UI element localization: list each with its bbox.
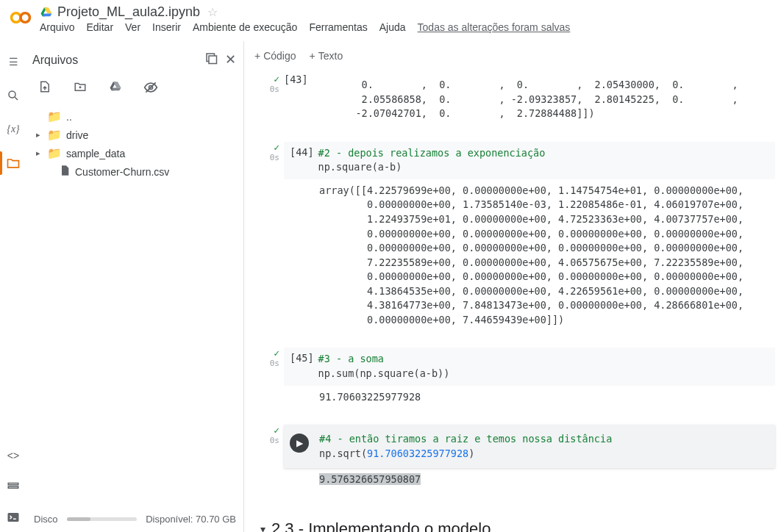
files-sidebar: Arquivos ✕ 📁.. ▸📁drive ▸📁sample_data Cus…: [26, 41, 244, 532]
save-status[interactable]: Todas as alterações foram salvas: [418, 21, 571, 33]
cell-output-43: 0. , 0. , 0. , 2.05430000, 0. , 2.055868…: [308, 73, 775, 129]
refresh-icon[interactable]: [72, 80, 88, 98]
left-rail: ☰ {x} <>: [0, 41, 26, 532]
command-palette-icon[interactable]: [6, 479, 21, 494]
svg-line-3: [15, 97, 18, 100]
code-snippets-icon[interactable]: <>: [6, 448, 21, 463]
svg-point-2: [9, 91, 15, 98]
add-code-button[interactable]: + Código: [254, 50, 296, 62]
cell-output-44: array([[4.22579699e+00, 0.00000000e+00, …: [284, 179, 775, 335]
new-window-icon[interactable]: [204, 51, 218, 68]
disk-available: Disponível: 70.70 GB: [146, 514, 236, 525]
close-icon[interactable]: ✕: [225, 51, 236, 68]
svg-rect-5: [8, 486, 18, 488]
menu-help[interactable]: Ajuda: [379, 21, 406, 33]
tree-drive[interactable]: ▸📁drive: [32, 126, 238, 144]
menu-runtime[interactable]: Ambiente de execução: [193, 21, 297, 33]
cell-code-44[interactable]: #2 - depois realizamos a exponenciação n…: [318, 146, 769, 175]
mount-drive-icon[interactable]: [107, 80, 124, 98]
upload-icon[interactable]: [37, 80, 53, 98]
tree-up[interactable]: 📁..: [32, 107, 238, 126]
doc-title[interactable]: Projeto_ML_aula2.ipynb: [57, 4, 200, 20]
toggle-hidden-icon[interactable]: [143, 80, 159, 98]
cell-prompt-44[interactable]: [44]: [290, 146, 318, 175]
tree-sample-data[interactable]: ▸📁sample_data: [32, 144, 238, 162]
sidebar-title: Arquivos: [32, 54, 78, 67]
variables-icon[interactable]: {x}: [6, 122, 21, 137]
menu-insert[interactable]: Inserir: [152, 21, 181, 33]
menu-file[interactable]: Arquivo: [40, 21, 74, 33]
svg-point-1: [21, 13, 29, 22]
colab-logo[interactable]: [7, 4, 34, 31]
cell-output-45: 91.70603225977928: [284, 386, 775, 412]
files-icon[interactable]: [6, 156, 21, 170]
check-icon: ✓: [274, 142, 279, 153]
cell-prompt-43: [43]: [284, 73, 308, 129]
cell-code-46[interactable]: #4 - então tiramos a raiz e temos nossa …: [309, 432, 769, 461]
cell-code-45[interactable]: #3 - a soma np.sum(np.square(a-b)): [318, 352, 769, 381]
svg-rect-9: [209, 56, 217, 64]
tree-file-customer-churn[interactable]: Customer-Churn.csv: [32, 162, 238, 181]
star-icon[interactable]: ☆: [207, 5, 218, 19]
toc-icon[interactable]: ☰: [6, 54, 21, 69]
check-icon: ✓: [274, 348, 279, 359]
cell-output-46: 9.576326657950807: [319, 473, 421, 485]
svg-point-0: [12, 13, 21, 22]
section-title[interactable]: 2.3 - Implementando o modelo: [271, 520, 491, 532]
menu-edit[interactable]: Editar: [86, 21, 113, 33]
search-icon[interactable]: [6, 88, 21, 103]
drive-icon: [40, 6, 53, 19]
cell-prompt-45[interactable]: [45]: [290, 352, 318, 381]
run-cell-button[interactable]: ▶: [290, 434, 309, 453]
menu-tools[interactable]: Ferramentas: [309, 21, 367, 33]
terminal-icon[interactable]: [6, 510, 21, 525]
check-icon: ✓: [274, 425, 279, 436]
svg-rect-4: [8, 484, 18, 485]
section-collapse-icon[interactable]: ▾: [260, 523, 265, 532]
svg-rect-6: [8, 513, 19, 522]
disk-label: Disco: [34, 514, 58, 525]
disk-usage-bar: [67, 517, 138, 521]
add-text-button[interactable]: + Texto: [310, 50, 343, 62]
check-icon: ✓: [274, 73, 279, 85]
menu-view[interactable]: Ver: [125, 21, 140, 33]
